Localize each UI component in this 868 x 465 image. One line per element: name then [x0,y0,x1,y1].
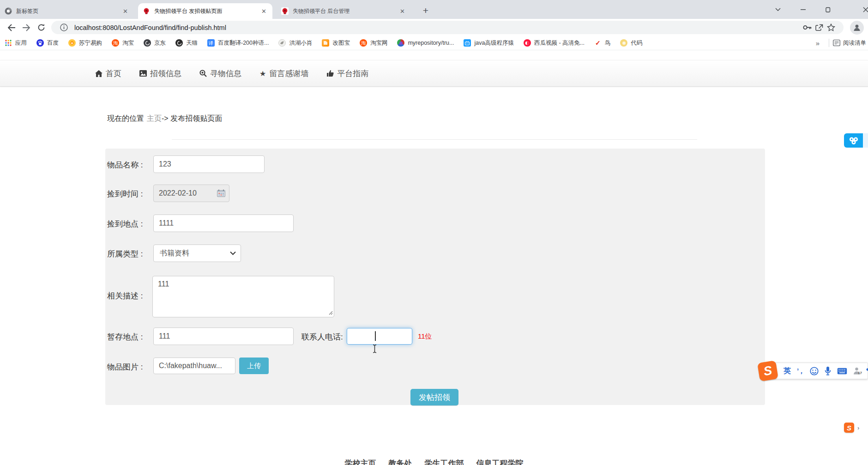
footer-link-student-affairs[interactable]: 学生工作部 [425,458,464,465]
bookmark-taobao[interactable]: 淘 淘宝 [112,39,134,47]
ibeam-cursor [372,344,377,353]
bookmark-java[interactable]: java高级程序猿 [464,39,513,47]
bookmark-bird[interactable]: ✓ 鸟 [594,39,611,47]
window-close-button[interactable] [855,0,868,19]
tab-publish-page[interactable]: 失物招领平台 发招领贴页面 ✕ [138,3,272,19]
description-field-wrap: 111 [152,276,334,317]
ime-expand-icon[interactable]: › [857,424,859,431]
publish-form-panel: 物品名称 : 捡到时间 : 2022-02-10 捡到地点 : 所属类型 : 书… [105,149,765,405]
tab-search-icon[interactable] [767,0,789,19]
category-select[interactable]: 书籍资料 [153,244,241,262]
bookmark-gaitubao[interactable]: 改图宝 [322,39,350,47]
xigua-video-icon [524,39,531,47]
bookmark-xigua[interactable]: 西瓜视频 - 高清免... [524,39,585,47]
footer-link-academic-office[interactable]: 教务处 [389,458,412,465]
bookmarks-right-cluster: » 阅读清单 [810,39,868,47]
keyboard-icon[interactable] [837,368,847,375]
breadcrumb-label: 现在的位置 [107,114,144,122]
calendar-icon[interactable] [217,190,225,197]
chevron-down-icon [230,251,236,255]
found-place-input[interactable] [153,215,294,232]
star-icon: ★ [259,69,266,78]
bookmark-tmall[interactable]: 天猫 [175,39,198,47]
item-name-input[interactable] [153,155,265,173]
ime-badge: 17 [858,371,862,375]
footer-link-info-college[interactable]: 信息工程学院 [476,458,524,465]
bookmark-jd[interactable]: 京东 [144,39,166,47]
tab-title: 新标签页 [16,7,119,15]
url-text: localhost:8080/LostAndFound/find/find-pu… [74,24,801,31]
reading-list-button[interactable]: 阅读清单 [833,39,868,47]
ime-punctuation-toggle[interactable]: ’， [797,367,804,376]
sogou-mini-icon[interactable]: S [844,423,854,433]
breadcrumb: 现在的位置主页-> 发布招领贴页面 [107,114,222,124]
found-time-label: 捡到时间 : [107,189,143,199]
bookmark-honghu[interactable]: 洪湖小肖 [278,39,312,47]
rose-favicon [143,7,150,15]
taobao-icon: 淘 [112,39,119,47]
nav-item-message-wall[interactable]: ★ 留言感谢墙 [259,68,308,79]
bookmark-baidu[interactable]: 百度 [36,39,59,47]
bookmarks-overflow-icon[interactable]: » [810,39,825,47]
new-tab-button[interactable]: + [419,4,432,17]
back-icon[interactable] [4,20,19,35]
storage-place-input[interactable] [153,328,294,345]
share-icon[interactable] [813,22,825,34]
bookmark-suning[interactable]: 苏宁易购 [68,39,102,47]
netdisk-float-button[interactable] [844,133,863,148]
window-minimize-button[interactable] [792,0,814,19]
bookmark-code[interactable]: 代码 [620,39,642,47]
description-textarea[interactable]: 111 [152,276,334,317]
address-bar[interactable]: localhost:8080/LostAndFound/find/find-pu… [51,21,844,34]
tmall-icon [175,39,183,47]
breadcrumb-current: 发布招领贴页面 [170,114,222,122]
forward-icon[interactable] [19,20,34,35]
nav-item-home[interactable]: 首页 [95,68,121,79]
netdisk-edge-strip [863,133,868,148]
skin-shirt-icon[interactable] [866,367,868,375]
sogou-logo-icon[interactable]: S [757,360,778,382]
phone-label: 联系人电话: [301,332,343,342]
microphone-icon[interactable] [825,366,831,376]
bookmark-baidu-translate[interactable]: 译 百度翻译-200种语... [207,39,269,47]
bilibili-tv-icon [464,39,471,47]
nav-item-platform-guide[interactable]: 平台指南 [326,68,368,79]
breadcrumb-home-link[interactable]: 主页 [147,114,162,122]
footer-link-school-home[interactable]: 学校主页 [345,458,376,465]
tab-close-icon[interactable]: ✕ [260,7,268,15]
password-key-icon[interactable] [801,22,813,34]
tab-title: 失物招领平台 后台管理 [293,7,396,15]
bookmark-star-icon[interactable] [825,22,837,34]
breadcrumb-divider [172,139,697,140]
phone-input[interactable] [347,328,412,345]
breadcrumb-separator: -> [162,114,169,122]
upload-button[interactable]: 上传 [239,358,269,374]
bookmark-myrepository[interactable]: myrepository/tru... [397,39,454,47]
page-info-icon[interactable] [58,22,70,34]
tab-new-tab-page[interactable]: 新标签页 ✕ [0,3,134,19]
file-path-input[interactable] [153,358,235,374]
browser-tab-strip: 新标签页 ✕ 失物招领平台 发招领贴页面 ✕ 失物招领平台 后台管理 ✕ + [0,0,868,19]
emoji-icon[interactable] [810,367,819,376]
ime-language-mode[interactable]: 英 [784,366,791,376]
site-navbar: 首页 招领信息 寻物信息 ★ 留言感谢墙 平台指南 [0,60,868,87]
repo-icon [397,39,404,47]
bookmark-apps[interactable]: 应用 [5,39,27,47]
profile-avatar[interactable] [850,21,864,35]
nav-item-found-info[interactable]: 招领信息 [139,68,181,79]
resize-grip-icon[interactable] [329,311,333,315]
window-maximize-button[interactable] [817,0,838,19]
nav-item-lost-info[interactable]: 寻物信息 [199,68,241,79]
tab-close-icon[interactable]: ✕ [398,7,406,15]
bookmark-taobao-net[interactable]: 淘 淘宝网 [360,39,388,47]
found-time-input[interactable]: 2022-02-10 [153,185,229,202]
code-icon [620,39,627,47]
publish-submit-button[interactable]: 发帖招领 [410,389,458,405]
translate-icon: 译 [207,39,215,47]
storage-place-label: 暂存地点 : [107,332,143,342]
skin-person-icon[interactable]: 17 [853,367,862,375]
apps-grid-icon [5,39,12,47]
tab-close-icon[interactable]: ✕ [121,7,129,15]
tab-admin-page[interactable]: 失物招领平台 后台管理 ✕ [277,3,411,19]
reload-icon[interactable] [34,20,48,35]
